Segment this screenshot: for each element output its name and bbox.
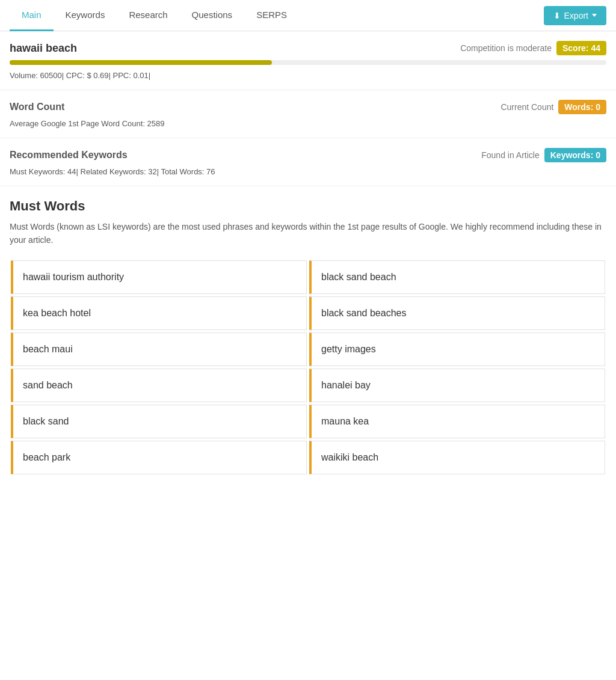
keyword-item[interactable]: black sand: [11, 405, 307, 438]
keywords-badge-area: Found in Article Keywords: 0: [481, 148, 606, 162]
nav-main-label: Main: [22, 10, 42, 20]
nav-questions-label: Questions: [192, 10, 233, 20]
competition-text: Competition is moderate: [460, 43, 552, 53]
word-count-section: Word Count Current Count Words: 0 Averag…: [0, 90, 616, 138]
recommended-keywords-section: Recommended Keywords Found in Article Ke…: [0, 138, 616, 186]
word-count-title: Word Count: [10, 102, 64, 112]
current-count-label: Current Count: [500, 102, 553, 112]
nav-questions[interactable]: Questions: [180, 0, 245, 31]
keyword-item[interactable]: getty images: [309, 332, 605, 366]
keyword-item[interactable]: beach maui: [11, 332, 307, 366]
progress-bar-container: [10, 60, 606, 65]
nav-serps[interactable]: SERPS: [244, 0, 299, 31]
keyword-score-area: Competition is moderate Score: 44: [460, 41, 606, 55]
keyword-item[interactable]: mauna kea: [309, 405, 605, 438]
must-words-title: Must Words: [10, 198, 606, 214]
nav-keywords[interactable]: Keywords: [54, 0, 117, 31]
recommended-keywords-title: Recommended Keywords: [10, 150, 128, 161]
keyword-item[interactable]: waikiki beach: [309, 441, 605, 474]
must-words-description: Must Words (known as LSI keywords) are t…: [10, 220, 606, 247]
words-badge-area: Current Count Words: 0: [500, 100, 606, 114]
keyword-grid: hawaii tourism authorityblack sand beach…: [10, 259, 606, 476]
recommended-keywords-meta: Must Keywords: 44| Related Keywords: 32|…: [10, 167, 606, 181]
keyword-item[interactable]: hanalei bay: [309, 369, 605, 402]
words-badge: Words: 0: [558, 100, 606, 114]
keyword-item[interactable]: black sand beach: [309, 260, 605, 294]
word-count-subtext: Average Google 1st Page Word Count: 2589: [10, 119, 606, 133]
nav-research-label: Research: [129, 10, 167, 20]
recommended-keywords-header: Recommended Keywords Found in Article Ke…: [10, 148, 606, 162]
export-button[interactable]: ⬇ Export: [544, 6, 606, 25]
keyword-item[interactable]: kea beach hotel: [11, 296, 307, 330]
found-in-article-label: Found in Article: [481, 150, 540, 160]
nav-serps-label: SERPS: [256, 10, 287, 20]
keyword-item[interactable]: sand beach: [11, 369, 307, 402]
word-count-header: Word Count Current Count Words: 0: [10, 100, 606, 114]
chevron-down-icon: [592, 14, 597, 17]
keywords-badge: Keywords: 0: [544, 148, 606, 162]
keyword-item[interactable]: beach park: [11, 441, 307, 474]
keyword-item[interactable]: black sand beaches: [309, 296, 605, 330]
must-words-section: Must Words Must Words (known as LSI keyw…: [0, 186, 616, 480]
keyword-item[interactable]: hawaii tourism authority: [11, 260, 307, 294]
keyword-section: hawaii beach Competition is moderate Sco…: [0, 31, 616, 90]
keyword-header: hawaii beach Competition is moderate Sco…: [10, 41, 606, 55]
score-badge: Score: 44: [556, 41, 606, 55]
nav-keywords-label: Keywords: [66, 10, 105, 20]
nav-research[interactable]: Research: [117, 0, 179, 31]
export-label: Export: [564, 11, 588, 20]
download-icon: ⬇: [553, 11, 561, 20]
keyword-meta: Volume: 60500| CPC: $ 0.69| PPC: 0.01|: [10, 71, 606, 85]
nav-main[interactable]: Main: [10, 0, 54, 31]
progress-bar: [10, 60, 272, 65]
keyword-title: hawaii beach: [10, 42, 77, 55]
navigation: Main Keywords Research Questions SERPS ⬇…: [0, 0, 616, 31]
